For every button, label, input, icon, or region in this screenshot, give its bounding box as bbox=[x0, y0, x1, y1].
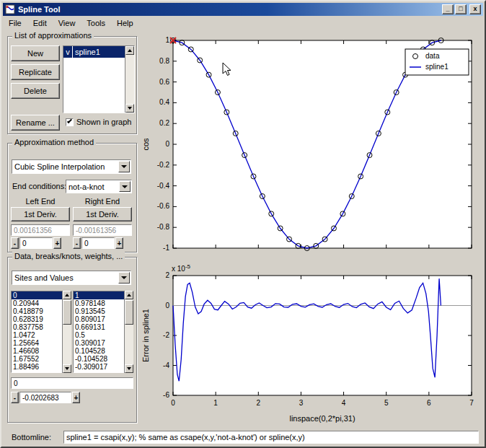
chevron-down-icon[interactable] bbox=[119, 181, 131, 192]
svg-text:0.4: 0.4 bbox=[159, 98, 169, 106]
svg-text:0.6: 0.6 bbox=[159, 78, 169, 86]
svg-text:5: 5 bbox=[384, 399, 389, 407]
left-end-label: Left End bbox=[11, 197, 70, 206]
left-deriv-value-field[interactable] bbox=[11, 224, 70, 236]
mouse-cursor bbox=[222, 62, 232, 76]
new-button[interactable]: New bbox=[11, 45, 60, 61]
left-spin-field[interactable] bbox=[19, 237, 53, 249]
right-end-label: Right End bbox=[73, 197, 132, 206]
menu-file[interactable]: File bbox=[3, 17, 27, 30]
values-scrollbar[interactable] bbox=[124, 291, 133, 373]
close-button[interactable]: x bbox=[469, 4, 481, 14]
svg-text:7: 7 bbox=[469, 399, 474, 407]
end-conditions-label: End conditions: bbox=[12, 182, 66, 190]
sites-scrollbar[interactable] bbox=[62, 291, 71, 373]
data-group: Data, breaks/knots, weights, ... Sites a… bbox=[7, 257, 137, 423]
approximations-group: List of approximations New Replicate Del… bbox=[7, 36, 137, 134]
right-deriv-button[interactable]: 1st Deriv. bbox=[73, 207, 132, 221]
data-spin-minus-button[interactable]: - bbox=[11, 392, 19, 403]
svg-text:x 10-5: x 10-5 bbox=[172, 263, 191, 273]
approximations-listbox[interactable]: vspline1 bbox=[63, 45, 135, 113]
bottomline-code-field[interactable] bbox=[63, 431, 479, 444]
svg-text:linspace(0,2*pi,31): linspace(0,2*pi,31) bbox=[289, 414, 355, 423]
method-group: Approximation method Cubic Spline Interp… bbox=[7, 143, 137, 252]
svg-text:0: 0 bbox=[171, 399, 175, 407]
end-conditions-select[interactable]: not-a-knot bbox=[66, 180, 132, 193]
chevron-down-icon[interactable] bbox=[118, 272, 130, 284]
maximize-button[interactable]: □ bbox=[455, 4, 467, 14]
svg-text:6: 6 bbox=[427, 399, 431, 407]
svg-text:2: 2 bbox=[257, 399, 261, 407]
approximation-list-item[interactable]: vspline1 bbox=[63, 46, 134, 58]
data-spin-field[interactable] bbox=[19, 392, 71, 403]
title-bar[interactable]: Spline Tool _ □ x bbox=[3, 3, 483, 16]
data-group-label: Data, breaks/knots, weights, ... bbox=[12, 252, 125, 260]
approximations-group-label: List of approximations bbox=[12, 31, 94, 40]
svg-text:0.8: 0.8 bbox=[159, 57, 169, 65]
menu-bar: File Edit View Tools Help bbox=[3, 16, 483, 30]
svg-text:3: 3 bbox=[299, 399, 304, 407]
spline-tool-window: Spline Tool _ □ x File Edit View Tools H… bbox=[0, 0, 486, 448]
method-select[interactable]: Cubic Spline Interpolation bbox=[12, 159, 131, 174]
data-spin-plus-button[interactable]: + bbox=[72, 392, 80, 403]
rename-button[interactable]: Rename ... bbox=[11, 115, 60, 131]
approximations-list-scrollbar[interactable] bbox=[125, 46, 134, 113]
svg-text:1: 1 bbox=[213, 399, 218, 407]
menu-tools[interactable]: Tools bbox=[81, 17, 111, 30]
shown-in-graph-label: Shown in graph bbox=[76, 118, 131, 126]
cos-spline-chart[interactable]: -1-0.8-0.6-0.4-0.200.20.40.60.81cosdatas… bbox=[140, 33, 485, 260]
svg-text:-0.6: -0.6 bbox=[157, 202, 170, 210]
error-chart[interactable]: 01234567-6-4-202Error in spline1linspace… bbox=[140, 261, 485, 426]
scroll-down-icon[interactable] bbox=[125, 364, 133, 373]
svg-text:-0.4: -0.4 bbox=[157, 182, 170, 190]
menu-edit[interactable]: Edit bbox=[27, 17, 53, 30]
right-spin-field[interactable] bbox=[81, 237, 115, 249]
svg-text:1: 1 bbox=[165, 36, 169, 44]
svg-text:0: 0 bbox=[165, 140, 169, 148]
chevron-down-icon[interactable] bbox=[118, 161, 130, 172]
scroll-down-icon[interactable] bbox=[125, 104, 134, 113]
svg-text:2: 2 bbox=[165, 271, 169, 279]
method-select-value: Cubic Spline Interpolation bbox=[14, 162, 105, 171]
svg-text:0.2: 0.2 bbox=[159, 119, 169, 127]
method-group-label: Approximation method bbox=[12, 138, 96, 146]
svg-text:cos: cos bbox=[141, 138, 150, 151]
left-spin-plus-button[interactable]: + bbox=[53, 237, 61, 249]
right-spin-minus-button[interactable]: - bbox=[73, 237, 81, 249]
end-conditions-value: not-a-knot bbox=[69, 183, 105, 191]
svg-text:0: 0 bbox=[165, 302, 169, 309]
svg-text:spline1: spline1 bbox=[425, 63, 449, 71]
right-spin-plus-button[interactable]: + bbox=[115, 237, 123, 249]
data-view-value: Sites and Values bbox=[14, 273, 74, 282]
data-edit-field[interactable] bbox=[11, 377, 133, 389]
left-deriv-button[interactable]: 1st Deriv. bbox=[11, 207, 70, 221]
minimize-button[interactable]: _ bbox=[442, 4, 454, 14]
svg-text:-1: -1 bbox=[163, 244, 169, 252]
check-icon bbox=[67, 118, 72, 123]
scrollbar-thumb[interactable] bbox=[63, 300, 71, 325]
scroll-up-icon[interactable] bbox=[125, 291, 133, 299]
app-icon bbox=[5, 4, 15, 14]
scrollbar-thumb[interactable] bbox=[125, 300, 133, 325]
scroll-up-icon[interactable] bbox=[125, 46, 134, 55]
right-deriv-value-field[interactable] bbox=[73, 224, 132, 236]
svg-text:-0.2: -0.2 bbox=[157, 161, 170, 169]
data-view-select[interactable]: Sites and Values bbox=[12, 271, 131, 285]
replicate-button[interactable]: Replicate bbox=[11, 64, 60, 80]
svg-text:-2: -2 bbox=[163, 331, 169, 339]
window-title: Spline Tool bbox=[18, 5, 441, 14]
svg-text:-0.8: -0.8 bbox=[157, 223, 170, 231]
scroll-up-icon[interactable] bbox=[63, 291, 71, 299]
bottomline-label: Bottomline: bbox=[12, 433, 51, 442]
svg-text:-4: -4 bbox=[163, 361, 169, 369]
scroll-down-icon[interactable] bbox=[63, 364, 71, 373]
menu-view[interactable]: View bbox=[53, 17, 81, 30]
svg-text:Error in spline1: Error in spline1 bbox=[141, 309, 150, 362]
menu-help[interactable]: Help bbox=[111, 17, 139, 30]
shown-in-graph-checkbox[interactable] bbox=[66, 118, 74, 126]
svg-text:4: 4 bbox=[342, 399, 346, 407]
left-spin-minus-button[interactable]: - bbox=[11, 237, 19, 249]
svg-text:-6: -6 bbox=[163, 391, 169, 399]
delete-button[interactable]: Delete bbox=[11, 83, 60, 99]
svg-text:data: data bbox=[425, 52, 440, 60]
